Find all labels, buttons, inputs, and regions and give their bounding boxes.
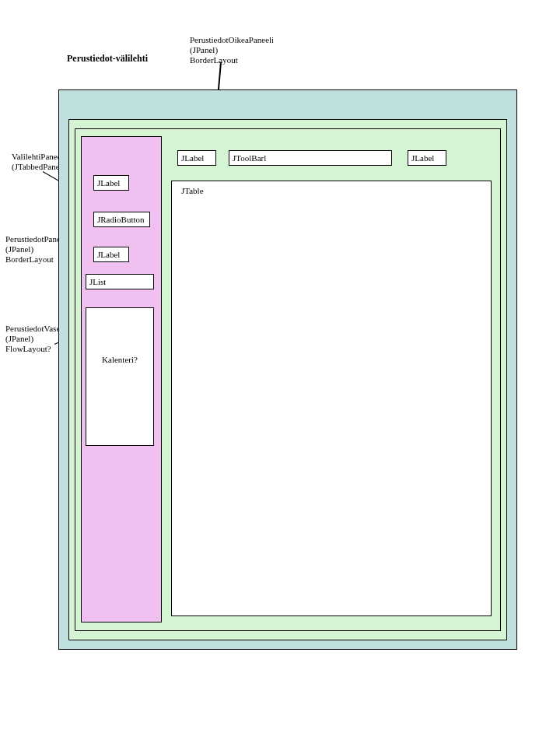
jlabel-box: JLabel bbox=[93, 175, 129, 191]
jtable-box: JTable bbox=[171, 181, 492, 616]
jlabel-box: JLabel bbox=[408, 150, 446, 166]
jradiobutton-box: JRadioButton bbox=[93, 212, 150, 227]
annotation-top: PerustiedotOikeaPaneeli (JPanel) BorderL… bbox=[190, 35, 274, 66]
jlabel-box: JLabel bbox=[93, 247, 129, 262]
calendar-box: Kalenteri? bbox=[86, 307, 154, 446]
jlist-box: JList bbox=[86, 274, 154, 289]
page-title: Perustiedot-välilehti bbox=[67, 53, 148, 65]
jlabel-box: JLabel bbox=[177, 150, 216, 166]
jtoolbar-box: JToolBarl bbox=[229, 150, 392, 166]
